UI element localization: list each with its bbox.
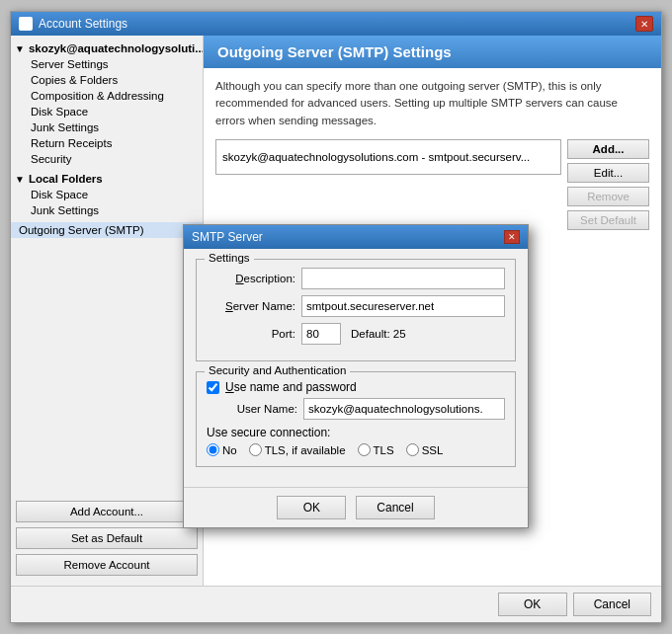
dialog-body: Settings Description: Server Name: Port:…	[184, 249, 528, 487]
port-input[interactable]	[301, 323, 341, 345]
secure-connection-container: Use secure connection: No TLS, if availa…	[207, 426, 505, 456]
server-name-input[interactable]	[301, 295, 505, 317]
security-group-label: Security and Authentication	[205, 364, 350, 376]
dialog-bottom: OK Cancel	[184, 487, 528, 527]
server-name-row: Server Name:	[207, 295, 505, 317]
main-window: Account Settings ✕ ▼ skozyk@aquatechnolo…	[10, 11, 662, 623]
default-value: 25	[393, 328, 406, 340]
security-group: Security and Authentication Use name and…	[196, 371, 516, 467]
default-label: Default: 25	[351, 328, 406, 340]
user-name-label: User Name:	[228, 403, 297, 415]
radio-no-input[interactable]	[207, 443, 219, 456]
use-secure-label: Use secure connection:	[207, 426, 330, 439]
use-name-password-label: Use name and password	[225, 380, 357, 394]
dialog-close-button[interactable]: ✕	[504, 230, 520, 244]
radio-group: No TLS, if available TLS	[207, 443, 505, 456]
settings-group-label: Settings	[205, 252, 254, 264]
port-row: Port: Default: 25	[207, 323, 505, 345]
description-input[interactable]	[301, 268, 505, 289]
radio-no: No	[207, 443, 237, 456]
radio-ssl-input[interactable]	[406, 443, 419, 456]
description-row: Description:	[207, 268, 505, 289]
radio-ssl: SSL	[406, 443, 444, 456]
port-label: Port:	[207, 328, 295, 340]
radio-tls-if-input[interactable]	[249, 443, 262, 456]
radio-tls-if: TLS, if available	[249, 443, 346, 456]
description-label: Description:	[207, 273, 295, 284]
use-name-password-row: Use name and password	[207, 380, 505, 394]
server-name-label: Server Name:	[207, 300, 295, 312]
dialog-title: SMTP Server	[192, 230, 263, 244]
smtp-dialog: SMTP Server ✕ Settings Description: Serv…	[183, 224, 529, 528]
user-name-input[interactable]	[303, 398, 505, 420]
dialog-cancel-button[interactable]: Cancel	[356, 496, 434, 519]
settings-group: Settings Description: Server Name: Port:…	[196, 259, 516, 361]
radio-tls: TLS	[358, 443, 394, 456]
dialog-ok-button[interactable]: OK	[277, 496, 346, 519]
radio-tls-input[interactable]	[358, 443, 371, 456]
user-name-row: User Name:	[207, 398, 505, 420]
use-name-password-checkbox[interactable]	[207, 381, 219, 394]
dialog-title-bar: SMTP Server ✕	[184, 225, 528, 249]
dialog-overlay: SMTP Server ✕ Settings Description: Serv…	[11, 12, 661, 622]
